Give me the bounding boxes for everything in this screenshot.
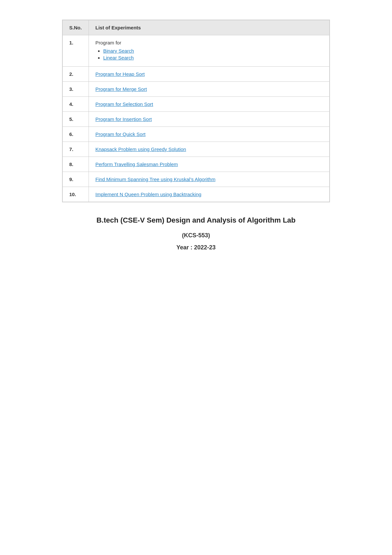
experiment-link[interactable]: Find Minimum Spanning Tree using Kruskal… (95, 177, 215, 182)
experiment-link[interactable]: Perform Travelling Salesman Problem (95, 161, 178, 167)
sub-list: Binary SearchLinear Search (95, 48, 323, 60)
footer-title: B.tech (CSE-V Sem) Design and Analysis o… (62, 215, 330, 226)
table-row: 4.Program for Selection Sort (63, 97, 330, 112)
row-sno: 10. (63, 187, 89, 202)
table-row: 8.Perform Travelling Salesman Problem (63, 157, 330, 172)
row-experiment: Program for Heap Sort (89, 67, 330, 82)
row-sno: 2. (63, 67, 89, 82)
row-experiment: Program for Quick Sort (89, 127, 330, 142)
row-experiment: Perform Travelling Salesman Problem (89, 157, 330, 172)
experiment-link[interactable]: Implement N Queen Problem using Backtrac… (95, 192, 201, 197)
table-row: 3.Program for Merge Sort (63, 82, 330, 97)
row-sno: 6. (63, 127, 89, 142)
experiment-link[interactable]: Program for Insertion Sort (95, 116, 152, 122)
row-experiment: Program forBinary SearchLinear Search (89, 35, 330, 67)
row-experiment: Implement N Queen Problem using Backtrac… (89, 187, 330, 202)
footer-year: Year : 2022-23 (62, 244, 330, 251)
row-sno: 9. (63, 172, 89, 187)
row-sno: 7. (63, 142, 89, 157)
table-row: 2.Program for Heap Sort (63, 67, 330, 82)
experiment-link[interactable]: Program for Heap Sort (95, 71, 145, 77)
experiment-link[interactable]: Knapsack Problem using Greedy Solution (95, 146, 186, 152)
experiment-link[interactable]: Program for Selection Sort (95, 101, 153, 107)
experiment-link[interactable]: Linear Search (103, 55, 134, 60)
experiment-link[interactable]: Program for Merge Sort (95, 86, 147, 92)
row-sno: 3. (63, 82, 89, 97)
experiments-table-container: S.No. List of Experiments 1.Program forB… (62, 20, 330, 202)
table-row: 9.Find Minimum Spanning Tree using Krusk… (63, 172, 330, 187)
list-item: Linear Search (103, 55, 323, 60)
row-sno: 1. (63, 35, 89, 67)
table-row: 7.Knapsack Problem using Greedy Solution (63, 142, 330, 157)
row-experiment: Program for Selection Sort (89, 97, 330, 112)
row-sno: 5. (63, 112, 89, 127)
experiments-table: S.No. List of Experiments 1.Program forB… (62, 20, 330, 202)
table-header-row: S.No. List of Experiments (63, 20, 330, 35)
row-sno: 4. (63, 97, 89, 112)
row-experiment: Knapsack Problem using Greedy Solution (89, 142, 330, 157)
list-item: Binary Search (103, 48, 323, 54)
footer-section: B.tech (CSE-V Sem) Design and Analysis o… (62, 215, 330, 251)
table-row: 10.Implement N Queen Problem using Backt… (63, 187, 330, 202)
table-row: 6.Program for Quick Sort (63, 127, 330, 142)
experiment-link[interactable]: Program for Quick Sort (95, 131, 145, 137)
table-row: 1.Program forBinary SearchLinear Search (63, 35, 330, 67)
row-experiment: Program for Insertion Sort (89, 112, 330, 127)
program-for-label: Program for (95, 40, 323, 45)
col-header-sno: S.No. (63, 20, 89, 35)
table-row: 5.Program for Insertion Sort (63, 112, 330, 127)
footer-code: (KCS-553) (62, 232, 330, 239)
col-header-experiments: List of Experiments (89, 20, 330, 35)
row-experiment: Program for Merge Sort (89, 82, 330, 97)
experiment-link[interactable]: Binary Search (103, 48, 134, 54)
row-sno: 8. (63, 157, 89, 172)
row-experiment: Find Minimum Spanning Tree using Kruskal… (89, 172, 330, 187)
